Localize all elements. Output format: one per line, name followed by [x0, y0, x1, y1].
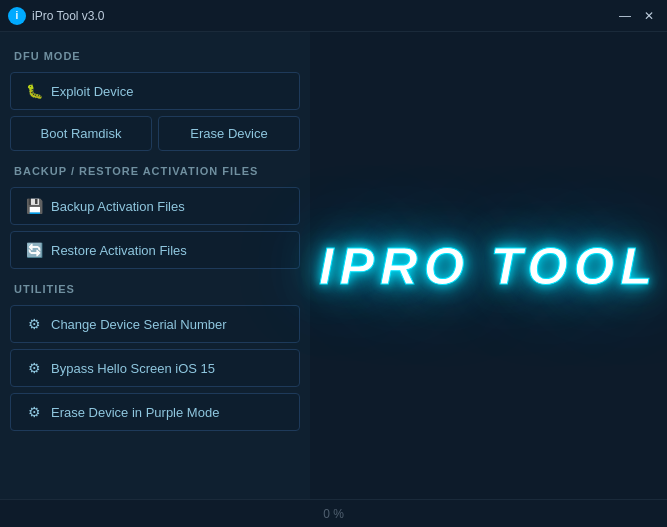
backup-icon: 💾	[25, 197, 43, 215]
close-button[interactable]: ✕	[639, 6, 659, 26]
erase-device-button[interactable]: Erase Device	[158, 116, 300, 151]
gear-icon-2: ⚙	[25, 359, 43, 377]
boot-ramdisk-button[interactable]: Boot Ramdisk	[10, 116, 152, 151]
gear-icon-3: ⚙	[25, 403, 43, 421]
sidebar: DFU MODE 🐛 Exploit Device Boot Ramdisk E…	[0, 32, 310, 499]
bypass-hello-button[interactable]: ⚙ Bypass Hello Screen iOS 15	[10, 349, 300, 387]
status-bar: 0 %	[0, 499, 667, 527]
bug-icon: 🐛	[25, 82, 43, 100]
exploit-device-button[interactable]: 🐛 Exploit Device	[10, 72, 300, 110]
right-panel: iPro Tool	[310, 32, 667, 499]
window-controls: — ✕	[615, 6, 659, 26]
minimize-button[interactable]: —	[615, 6, 635, 26]
utilities-label: UTILITIES	[10, 275, 300, 299]
status-text: 0 %	[323, 507, 344, 521]
change-serial-button[interactable]: ⚙ Change Device Serial Number	[10, 305, 300, 343]
restore-activation-button[interactable]: 🔄 Restore Activation Files	[10, 231, 300, 269]
title-bar-text: iPro Tool v3.0	[32, 9, 615, 23]
dfu-mode-label: DFU MODE	[10, 42, 300, 66]
erase-purple-button[interactable]: ⚙ Erase Device in Purple Mode	[10, 393, 300, 431]
dfu-row-buttons: Boot Ramdisk Erase Device	[10, 116, 300, 151]
backup-activation-button[interactable]: 💾 Backup Activation Files	[10, 187, 300, 225]
logo-area: iPro Tool	[310, 32, 667, 499]
app-logo: iPro Tool	[319, 236, 658, 296]
main-content: DFU MODE 🐛 Exploit Device Boot Ramdisk E…	[0, 32, 667, 499]
backup-restore-label: BACKUP / RESTORE ACTIVATION FILES	[10, 157, 300, 181]
restore-icon: 🔄	[25, 241, 43, 259]
gear-icon-1: ⚙	[25, 315, 43, 333]
app-icon: i	[8, 7, 26, 25]
title-bar: i iPro Tool v3.0 — ✕	[0, 0, 667, 32]
